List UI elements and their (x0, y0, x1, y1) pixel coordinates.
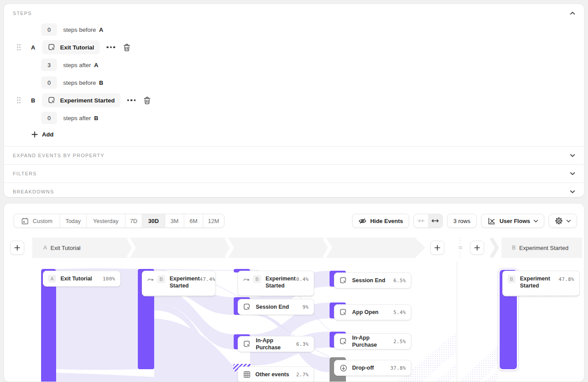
steps-after-row: 0 steps after B (41, 112, 98, 124)
column-width-toggle (413, 214, 443, 228)
band-chevron-separator (490, 238, 501, 258)
date-tab-today[interactable]: Today (60, 214, 87, 227)
count-stepper[interactable]: 0 (41, 23, 57, 36)
count-label: steps before (63, 26, 96, 33)
expand-arrows-icon (431, 218, 439, 223)
continue-arrow-icon (243, 277, 250, 282)
flow-node-card[interactable]: A Exit Tutorial 100% (43, 271, 121, 287)
node-percent: 5.4% (394, 310, 406, 315)
plus-icon (434, 245, 440, 251)
step-letter: A (30, 44, 36, 51)
node-percent: 37.8% (390, 365, 406, 371)
chevron-down-icon (570, 190, 575, 193)
drag-handle-icon[interactable] (17, 97, 21, 104)
node-percent: 6.3% (296, 341, 309, 347)
add-step-button[interactable]: Add (31, 131, 53, 138)
chevron-down-icon (570, 154, 575, 157)
date-tab-7d[interactable]: 7D (125, 214, 142, 227)
node-percent: 47.8% (558, 276, 574, 282)
user-flows-panel: Custom Today Yesterday 7D 30D 3M 6M 12M … (4, 203, 584, 382)
flow-node-card[interactable]: B Experiment Started 47.8% (502, 271, 580, 296)
chevron-down-icon (534, 219, 538, 223)
add-label: Add (42, 131, 53, 138)
calendar-icon (21, 217, 29, 225)
plus-icon (31, 131, 38, 138)
section-label: EXPAND EVENTS BY PROPERTY (13, 153, 104, 158)
section-filters[interactable]: FILTERS (4, 164, 584, 182)
more-options-icon[interactable] (127, 99, 136, 102)
expand-columns-button[interactable] (428, 214, 442, 227)
event-name: Experiment Started (60, 97, 115, 104)
date-tab-yesterday[interactable]: Yesterday (87, 214, 125, 227)
trash-icon[interactable] (143, 96, 151, 105)
step-letter-badge: B (508, 275, 516, 283)
step-row-b: B Experiment Started (17, 93, 151, 107)
date-tab-30d[interactable]: 30D (142, 214, 165, 227)
date-tab-3m[interactable]: 3M (165, 214, 184, 227)
band-step-label: Experiment Started (519, 245, 568, 251)
step-letter-badge: A (48, 275, 56, 283)
continue-arrow-icon (147, 277, 154, 282)
flow-node-card[interactable]: Other events 2.7% (238, 367, 314, 382)
count-stepper[interactable]: 0 (41, 76, 57, 89)
add-step-before-button[interactable] (10, 241, 24, 255)
band-step-letter: B (512, 245, 516, 251)
add-step-before-b-button[interactable] (470, 241, 484, 255)
trash-icon[interactable] (123, 43, 131, 52)
add-step-after-a-button[interactable] (430, 241, 444, 255)
node-label: Exit Tutorial (61, 275, 92, 282)
steps-before-row: 0 steps before B (41, 76, 103, 89)
band-chevron-separator (127, 238, 137, 258)
more-options-icon[interactable] (106, 46, 115, 49)
collapse-columns-button[interactable] (414, 214, 428, 227)
count-stepper[interactable]: 0 (41, 112, 57, 124)
step-ref: B (94, 115, 98, 121)
flow-node-card[interactable]: B Experiment Started 47.4% (142, 271, 216, 296)
band-step-label: Exit Tutorial (50, 245, 80, 251)
event-icon (339, 337, 348, 346)
event-picker-button[interactable]: Exit Tutorial (42, 40, 100, 54)
event-picker-button[interactable]: Experiment Started (42, 93, 121, 107)
settings-button[interactable] (549, 214, 577, 228)
approx-gap-symbol: ≈ (453, 243, 467, 252)
event-icon (339, 276, 348, 285)
event-icon (243, 303, 251, 311)
event-icon (48, 96, 56, 105)
chevron-up-icon[interactable] (570, 11, 575, 15)
band-chevron-separator (323, 238, 334, 258)
step-letter-badge: B (253, 275, 261, 283)
section-expand-events-by-property[interactable]: EXPAND EVENTS BY PROPERTY (4, 146, 584, 164)
view-selector-button[interactable]: User Flows (481, 214, 544, 228)
grid-icon (243, 371, 251, 378)
gear-icon (555, 217, 563, 225)
chevron-down-icon (566, 219, 571, 223)
flow-node-card[interactable]: App Open 5.4% (334, 304, 411, 320)
flows-toolbar: Custom Today Yesterday 7D 30D 3M 6M 12M … (14, 214, 577, 228)
step-b-header-band: B Experiment Started (501, 238, 582, 258)
flow-node-card[interactable]: In-App Purchase 2.5% (334, 333, 411, 349)
flow-node-card[interactable]: In-App Purchase 6.3% (238, 336, 314, 352)
date-range-picker: Custom Today Yesterday 7D 30D 3M 6M 12M (14, 214, 224, 228)
date-tab-custom[interactable]: Custom (14, 214, 60, 227)
steps-panel-title: STEPS (13, 11, 32, 16)
hide-eye-icon (358, 217, 367, 225)
count-label: steps before (63, 79, 96, 86)
flow-node-card[interactable]: B Experiment Started 0.4% (238, 271, 314, 296)
date-tab-6m[interactable]: 6M (184, 214, 203, 227)
node-percent: 2.7% (296, 372, 309, 378)
flow-node-card[interactable]: Session End 9% (238, 299, 314, 315)
step-letter: B (30, 97, 36, 104)
user-flows-icon (487, 217, 496, 225)
flow-node-card[interactable]: Session End 6.5% (334, 272, 411, 288)
rows-button[interactable]: 3 rows (447, 214, 476, 228)
hide-events-button[interactable]: Hide Events (352, 214, 409, 228)
drag-handle-icon[interactable] (17, 44, 21, 51)
flow-node-card[interactable]: Drop-off 37.8% (334, 360, 411, 376)
node-percent: 0.4% (296, 276, 309, 282)
node-percent: 2.5% (394, 339, 406, 344)
count-stepper[interactable]: 3 (41, 59, 57, 71)
step-ref: A (99, 26, 103, 33)
date-tab-12m[interactable]: 12M (203, 214, 224, 227)
section-breakdowns[interactable]: BREAKDOWNS (4, 182, 584, 200)
step-letter-badge: B (157, 275, 165, 283)
